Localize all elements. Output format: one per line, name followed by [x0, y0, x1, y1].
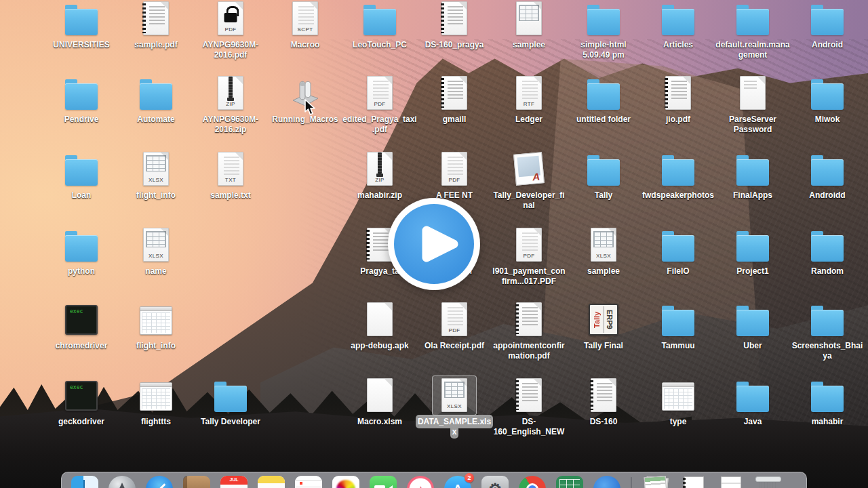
play-button[interactable] — [388, 198, 480, 290]
doc-xlsx-icon: XLSX — [566, 228, 641, 263]
folder-icon — [119, 76, 193, 111]
dock-blue-app-icon[interactable] — [593, 476, 620, 488]
icon-label: Loan — [44, 190, 119, 201]
desktop-icon-finalapps[interactable]: FinalApps — [715, 152, 790, 201]
dock-app-store-icon[interactable]: A2 — [444, 476, 471, 488]
dock-contacts-icon[interactable] — [183, 476, 210, 488]
desktop-icon-fwdspeakerphotos[interactable]: fwdspeakerphotos — [641, 152, 715, 201]
desktop-icon-a-fee-nt[interactable]: PDFA FEE NT — [417, 152, 492, 201]
icon-label: Tally Developer — [193, 417, 268, 427]
folder-icon — [790, 1, 865, 37]
dock-photos-icon[interactable] — [332, 476, 359, 488]
desktop-icon-pendrive[interactable]: Pendrive — [44, 76, 119, 125]
desktop-icon-tally-final[interactable]: TallyERP9Tally Final — [566, 302, 641, 351]
desktop-icon-aynpg9630m-2016-pdf[interactable]: PDFAYNPG9630M-2016.pdf — [193, 1, 268, 60]
desktop-icon-universities[interactable]: UNIVERSITIES — [44, 1, 119, 50]
icon-label: python — [44, 266, 119, 277]
dock-facetime-icon[interactable] — [370, 476, 397, 488]
desktop-icon-tally-developer[interactable]: Tally Developer — [193, 378, 268, 427]
desktop-icon-sample-txt[interactable]: TXTsample.txt — [193, 152, 268, 201]
desktop-icon-untitled-folder[interactable]: untitled folder — [566, 76, 641, 125]
desktop-icon-fileio[interactable]: FileIO — [641, 228, 715, 277]
dock-documents-stack-icon[interactable] — [642, 476, 669, 488]
dock-excel-icon[interactable] — [556, 476, 583, 488]
desktop-icon-geckodriver[interactable]: execgeckodriver — [44, 378, 119, 427]
desktop-icon-appointmentconfirmation-pdf[interactable]: appointmentconfirmation.pdf — [492, 302, 566, 361]
icon-label: type — [641, 417, 715, 427]
dock-safari-icon[interactable] — [146, 476, 173, 488]
desktop-icon-ds-160-pragya[interactable]: DS-160_pragya — [417, 1, 492, 50]
doc-spiral-icon — [492, 302, 566, 338]
dock-finder-icon[interactable] — [71, 476, 98, 488]
desktop-icon-jio-pdf[interactable]: jio.pdf — [641, 76, 715, 125]
dock-calendar-icon[interactable]: JUL — [220, 476, 248, 488]
desktop-icon-screenshots-bhaiya[interactable]: Screenshots_Bhaiya — [790, 302, 865, 361]
desktop-icon-simple-html-5-09-49-pm[interactable]: simple-html 5.09.49 pm — [566, 1, 641, 60]
icon-label: fwdspeakerphotos — [641, 190, 715, 201]
desktop-icon-macro-xlsm[interactable]: Macro.xlsm — [342, 378, 417, 427]
desktop-icon-androidd[interactable]: Androidd — [790, 152, 865, 201]
desktop-icon-flight-info[interactable]: XLSXflight_info — [119, 152, 193, 201]
desktop-icon-project1[interactable]: Project1 — [715, 228, 790, 277]
desktop-icon-tally[interactable]: Tally — [566, 152, 641, 201]
desktop-icon-random[interactable]: Random — [790, 228, 865, 277]
dock-plain-document-icon[interactable] — [717, 476, 744, 488]
window-sheet-icon — [119, 378, 193, 413]
desktop-icon-gmaill[interactable]: gmaill — [417, 76, 492, 125]
desktop-icon-i901-payment-confirm-017-pdf[interactable]: PDFI901_payment_confirm...017.PDF — [492, 228, 566, 287]
dock-trash-icon[interactable] — [754, 476, 781, 488]
desktop-icon-parseserver-password[interactable]: ParseServer Password — [715, 76, 790, 135]
desktop-icon-samplee[interactable]: samplee — [492, 1, 566, 50]
exec-icon: exec — [44, 378, 119, 413]
desktop-icon-ledger[interactable]: RTFLedger — [492, 76, 566, 125]
desktop-icon-tally-developer-final[interactable]: ATally_Developer_final — [492, 152, 566, 211]
desktop-icon-aynpg9630m-2016-zip[interactable]: ZIPAYNPG9630M-2016.zip — [193, 76, 268, 135]
desktop-icon-samplee[interactable]: XLSXsamplee — [566, 228, 641, 277]
window-sheet-icon — [641, 378, 715, 413]
dock: JUL♪A2⚙ — [61, 472, 807, 488]
desktop-icon-macroo[interactable]: SCPTMacroo — [268, 1, 342, 50]
desktop-icon-name[interactable]: XLSXname — [119, 228, 193, 277]
desktop-icon-default-realm-management[interactable]: default.realm.management — [715, 1, 790, 60]
icon-label: simple-html 5.09.49 pm — [566, 40, 641, 60]
dock-spiral-document-icon[interactable] — [679, 476, 707, 488]
desktop-icon-app-debug-apk[interactable]: app-debug.apk — [342, 302, 417, 351]
desktop-icon-edited-pragya-taxi-pdf[interactable]: PDFedited_Pragya_taxi.pdf — [342, 76, 417, 135]
desktop-icon-uber[interactable]: Uber — [715, 302, 790, 351]
desktop-icon-leotouch-pc[interactable]: LeoTouch_PC — [342, 1, 417, 50]
desktop-icon-miwok[interactable]: Miwok — [790, 76, 865, 125]
desktop-icon-ds-160[interactable]: DS-160 — [566, 378, 641, 427]
dock-launchpad-icon[interactable] — [108, 476, 136, 488]
desktop-icon-ola-receipt-pdf[interactable]: PDFOla Receipt.pdf — [417, 302, 492, 351]
folder-icon — [715, 1, 790, 37]
desktop-icon-mahabir-zip[interactable]: ZIPmahabir.zip — [342, 152, 417, 201]
desktop-icon-sample-pdf[interactable]: sample.pdf — [119, 1, 193, 50]
dock-chrome-icon[interactable] — [519, 476, 546, 488]
folder-icon — [715, 378, 790, 413]
desktop-icon-automate[interactable]: Automate — [119, 76, 193, 125]
dock-system-preferences-icon[interactable]: ⚙ — [481, 476, 509, 488]
desktop-icon-python[interactable]: python — [44, 228, 119, 277]
desktop-icon-type[interactable]: type — [641, 378, 715, 427]
desktop-icon-java[interactable]: Java — [715, 378, 790, 427]
desktop-icon-loan[interactable]: Loan — [44, 152, 119, 201]
folder-icon — [566, 76, 641, 111]
dock-itunes-icon[interactable]: ♪ — [407, 476, 434, 488]
folder-icon — [193, 378, 268, 413]
folder-icon — [44, 228, 119, 263]
desktop-icon-data-sample-xlsx[interactable]: XLSXDATA_SAMPLE.xlsx — [417, 378, 492, 437]
dock-reminders-icon[interactable] — [295, 476, 322, 488]
desktop-icon-articles[interactable]: Articles — [641, 1, 715, 50]
desktop-icon-mahabir[interactable]: mahabir — [790, 378, 865, 427]
desktop-icon-ds-160-english-new[interactable]: DS-160_English_NEW — [492, 378, 566, 437]
dock-notes-icon[interactable] — [258, 476, 285, 488]
desktop-icon-android[interactable]: Android — [790, 1, 865, 50]
desktop-icon-tammuu[interactable]: Tammuu — [641, 302, 715, 351]
desktop-icon-flight-info[interactable]: flight_info — [119, 302, 193, 351]
icon-label: samplee — [492, 40, 566, 50]
icon-label: Macroo — [268, 40, 342, 50]
icon-label: name — [119, 266, 193, 277]
icon-label: sample.pdf — [119, 40, 193, 50]
desktop-icon-flighttts[interactable]: flighttts — [119, 378, 193, 427]
desktop-icon-chromedriver[interactable]: execchromedriver — [44, 302, 119, 351]
